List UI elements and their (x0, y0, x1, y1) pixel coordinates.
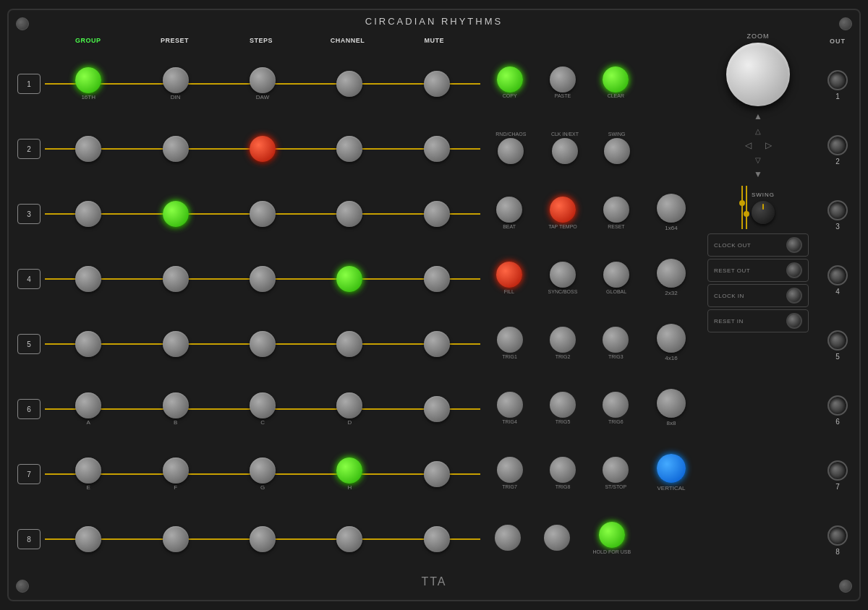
grid-4x16-btn[interactable] (657, 324, 686, 353)
btn-4-preset[interactable] (163, 266, 189, 292)
arrow-right-btn[interactable]: ▷ (761, 138, 775, 152)
grid-2x32-btn[interactable] (657, 259, 686, 288)
clock-out-jack[interactable] (786, 237, 802, 253)
btn-6-group[interactable] (75, 392, 101, 418)
arrow-up2-btn[interactable]: △ (751, 124, 765, 138)
btn-4-channel[interactable] (336, 266, 362, 292)
btn-3-preset[interactable] (163, 201, 189, 227)
btn-4-mute[interactable] (424, 266, 450, 292)
btn-7-preset[interactable] (163, 458, 189, 484)
clock-in-jack[interactable] (786, 288, 802, 304)
reset-in-label: RESET IN (714, 318, 744, 325)
btn-6-steps[interactable] (250, 392, 276, 418)
btn-7-steps[interactable] (250, 458, 276, 484)
arrow-down-btn[interactable]: ▼ (751, 167, 765, 181)
btn-3-mute[interactable] (424, 201, 450, 227)
row-num-2: 2 (17, 139, 41, 159)
btn-2-channel[interactable] (336, 136, 362, 162)
grid-1x64-btn[interactable] (657, 194, 686, 223)
trig3-btn[interactable] (603, 327, 629, 353)
btn-7-channel[interactable] (336, 458, 362, 484)
jack-5[interactable] (827, 330, 848, 351)
slider-1-thumb[interactable] (739, 200, 745, 206)
ststop-btn[interactable] (603, 457, 629, 483)
r8-3-btn[interactable] (599, 522, 625, 548)
btn-1-preset[interactable] (163, 67, 189, 93)
btn-5-mute[interactable] (424, 331, 450, 357)
btn-5-channel[interactable] (336, 331, 362, 357)
btn-8-mute[interactable] (424, 526, 450, 552)
jack-1[interactable] (827, 70, 848, 90)
btn-5-steps[interactable] (250, 331, 276, 357)
swing-btn[interactable] (604, 138, 630, 164)
trig8-btn[interactable] (550, 457, 576, 483)
jack-4[interactable] (827, 265, 848, 285)
trig5-btn[interactable] (550, 392, 576, 418)
btn-1-channel[interactable] (336, 71, 362, 97)
trig1-btn[interactable] (497, 327, 523, 353)
zoom-knob[interactable] (726, 43, 790, 106)
btn-8-preset[interactable] (163, 526, 189, 552)
sync-boss-btn[interactable] (550, 262, 576, 288)
btn-1-group[interactable] (75, 67, 101, 93)
trig7-btn[interactable] (497, 457, 523, 483)
ctrl-row-7: TRIG7 TRIG8 ST/STOP (483, 440, 642, 505)
btn-2-steps[interactable] (250, 136, 276, 162)
global-btn[interactable] (603, 262, 629, 288)
btn-1-steps[interactable] (250, 67, 276, 93)
btn-3-steps[interactable] (250, 201, 276, 227)
slider-1 (741, 186, 743, 229)
btn-6-mute[interactable] (424, 396, 450, 422)
btn-1-mute[interactable] (424, 71, 450, 97)
rnd-chaos-btn[interactable] (498, 138, 524, 164)
jack-2[interactable] (827, 135, 848, 155)
btn-4-group[interactable] (75, 266, 101, 292)
reset-out-jack[interactable] (786, 262, 802, 278)
btn-6-preset[interactable] (163, 392, 189, 418)
logo: TTA (421, 575, 446, 588)
btn-5-group[interactable] (75, 331, 101, 357)
btn-4-steps[interactable] (250, 266, 276, 292)
beat-btn[interactable] (496, 197, 522, 223)
btn-8-group[interactable] (75, 526, 101, 552)
grid-vertical-btn[interactable] (657, 454, 686, 483)
btn-8-steps[interactable] (250, 526, 276, 552)
trig4-btn[interactable] (497, 392, 523, 418)
btn-2-group[interactable] (75, 136, 101, 162)
grid-8x8-btn[interactable] (657, 389, 686, 418)
clk-inext-btn[interactable] (552, 138, 578, 164)
jack-8[interactable] (827, 525, 848, 546)
r8-2-btn[interactable] (544, 525, 570, 551)
btn-7-mute[interactable] (424, 461, 450, 487)
slider-2-thumb[interactable] (744, 211, 749, 217)
btn-3-channel[interactable] (336, 201, 362, 227)
btn-wrap-5-2 (132, 331, 218, 357)
swing-hdr: SWING (608, 132, 626, 137)
reset-btn[interactable] (603, 197, 629, 223)
jack-7[interactable] (827, 460, 848, 481)
btn-6-channel[interactable] (336, 392, 362, 418)
swing-knob[interactable] (752, 201, 775, 224)
preset-lp-btn[interactable] (603, 66, 629, 93)
jack-3[interactable] (827, 200, 848, 220)
btn-7-group[interactable] (75, 458, 101, 484)
arrow-up-btn[interactable]: ▲ (751, 109, 765, 124)
btn-8-channel[interactable] (336, 526, 362, 552)
reset-in-jack[interactable] (786, 313, 802, 329)
trig6-btn[interactable] (603, 392, 629, 418)
set-lp-btn[interactable] (550, 66, 576, 93)
jack-6[interactable] (827, 395, 848, 416)
lbl-7-f: F (174, 484, 177, 491)
tap-tempo-btn[interactable] (550, 197, 576, 223)
fill-btn[interactable] (496, 262, 522, 288)
r8-1-btn[interactable] (495, 525, 521, 551)
arrow-left-btn[interactable]: ◁ (741, 138, 755, 152)
btn-5-preset[interactable] (163, 331, 189, 357)
arrow-down2-btn[interactable]: ▽ (751, 152, 765, 167)
btn-2-mute[interactable] (424, 136, 450, 162)
trig2-btn[interactable] (550, 327, 576, 353)
ctrl-row-6: TRIG4 TRIG5 TRIG6 (483, 375, 642, 440)
btn-3-group[interactable] (75, 201, 101, 227)
group-lp-btn[interactable] (497, 66, 523, 93)
btn-2-preset[interactable] (163, 136, 189, 162)
